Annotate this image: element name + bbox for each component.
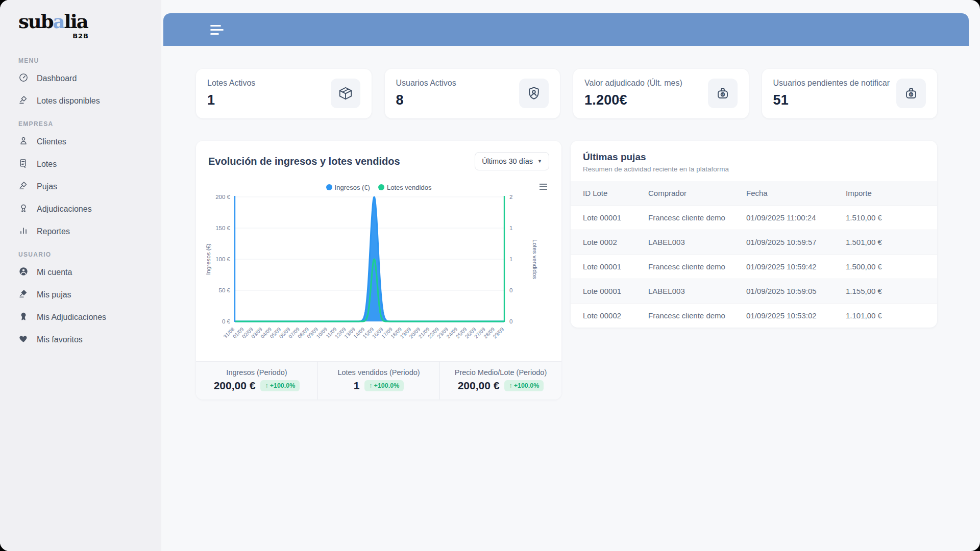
table-cell: 01/09/2025 10:59:57	[734, 230, 834, 255]
menu-icon[interactable]	[210, 25, 224, 35]
sidebar-item-label: Mis pujas	[37, 290, 71, 299]
stat-card-valor-adjudicado: Valor adjudicado (Últ. mes) 1.200€ $	[573, 69, 749, 118]
bids-table-body: Lote 00001Francesc cliente demo01/09/202…	[571, 206, 937, 328]
column-header: Importe	[834, 181, 937, 206]
chart-menu-icon[interactable]	[540, 184, 547, 190]
svg-text:2: 2	[509, 194, 512, 200]
nav-section-usuario: USUARIO	[18, 251, 152, 258]
svg-text:50 €: 50 €	[219, 287, 231, 293]
table-cell: Francesc cliente demo	[636, 255, 734, 279]
chart-footer-stats: Ingresos (Periodo) 200,00 € ↑+100.0% Lot…	[196, 361, 561, 399]
gavel-icon	[18, 181, 29, 193]
table-cell: Lote 00001	[571, 206, 636, 230]
table-row: Lote 0002LABEL00301/09/2025 10:59:571.50…	[571, 230, 937, 255]
dashboard-content: Lotes Activos 1 Usuarios Activos 8	[163, 46, 969, 399]
svg-text:0 €: 0 €	[222, 318, 231, 324]
footer-stat-label: Lotes vendidos (Periodo)	[321, 368, 436, 377]
chevron-down-icon: ▼	[537, 159, 542, 164]
sidebar-item-label: Reportes	[37, 227, 70, 236]
stat-value: 8	[396, 92, 456, 108]
table-cell: 1.101,00 €	[834, 304, 937, 328]
trend-badge: ↑+100.0%	[364, 380, 404, 391]
date-range-label: Últimos 30 días	[482, 157, 533, 165]
svg-text:$: $	[721, 92, 724, 97]
legend-dot	[378, 184, 384, 190]
award-icon	[18, 203, 29, 215]
document-icon	[18, 158, 29, 170]
logo-part1: sub	[18, 10, 53, 33]
trend-delta: +100.0%	[514, 382, 540, 389]
footer-stat-label: Precio Medio/Lote (Periodo)	[443, 368, 558, 377]
sidebar-item-mi-cuenta[interactable]: Mi cuenta	[18, 261, 152, 284]
table-cell: LABEL003	[636, 279, 734, 304]
sidebar-item-reportes[interactable]: Reportes	[18, 220, 152, 243]
trend-up-icon: ↑	[265, 382, 268, 389]
sidebar-item-adjudicaciones[interactable]: Adjudicaciones	[18, 198, 152, 220]
legend-label: Lotes vendidos	[387, 184, 431, 191]
sidebar-item-label: Pujas	[37, 182, 57, 191]
stat-value: 1	[207, 92, 255, 108]
legend-item-lotes-vendidos[interactable]: Lotes vendidos	[378, 184, 431, 191]
gavel-filled-icon	[18, 289, 29, 301]
svg-text:Ingresos (€): Ingresos (€)	[205, 243, 211, 275]
sidebar-item-label: Lotes disponibles	[37, 96, 100, 106]
sidebar-item-clientes[interactable]: Clientes	[18, 131, 152, 153]
legend-label: Ingresos (€)	[335, 184, 370, 191]
logo-wordmark: subalia	[18, 12, 89, 31]
money-bag-icon: $	[708, 79, 738, 108]
chart-legend: Ingresos (€) Lotes vendidos	[196, 183, 561, 192]
svg-text:Lotes vendidos: Lotes vendidos	[532, 239, 538, 279]
table-cell: Lote 0002	[571, 230, 636, 255]
sidebar-item-lotes[interactable]: Lotes	[18, 153, 152, 176]
svg-text:29/09: 29/09	[492, 326, 505, 339]
svg-text:200 €: 200 €	[215, 194, 230, 200]
nav-section-menu: MENU	[18, 57, 152, 64]
trend-delta: +100.0%	[374, 382, 400, 389]
table-cell: LABEL003	[636, 230, 734, 255]
sidebar-item-mis-pujas[interactable]: Mis pujas	[18, 284, 152, 306]
logo-accent-letter: a	[53, 10, 64, 33]
legend-item-ingresos[interactable]: Ingresos (€)	[326, 184, 370, 191]
date-range-dropdown[interactable]: Últimos 30 días ▼	[475, 152, 549, 170]
nav-section-empresa: EMPRESA	[18, 120, 152, 128]
shield-user-icon	[519, 79, 549, 108]
footer-stat-value: 200,00 €	[458, 380, 500, 392]
table-row: Lote 00001LABEL00301/09/2025 10:59:051.1…	[571, 279, 937, 304]
stat-label: Lotes Activos	[207, 79, 255, 88]
main-area: Lotes Activos 1 Usuarios Activos 8	[161, 0, 980, 551]
sidebar-item-lotes-disponibles[interactable]: Lotes disponibles	[18, 90, 152, 112]
svg-text:0: 0	[509, 318, 512, 324]
bids-title: Últimas pujas	[583, 152, 925, 163]
svg-text:150 €: 150 €	[215, 225, 230, 231]
table-cell: Francesc cliente demo	[636, 304, 734, 328]
legend-dot	[326, 184, 332, 190]
footer-stat-label: Ingresos (Periodo)	[199, 368, 314, 377]
table-cell: Lote 00001	[571, 279, 636, 304]
footer-stat-value: 1	[354, 380, 360, 392]
table-cell: Lote 00001	[571, 255, 636, 279]
table-cell: 01/09/2025 11:00:24	[734, 206, 834, 230]
trend-badge: ↑+100.0%	[504, 380, 544, 391]
stat-card-lotes-activos: Lotes Activos 1	[196, 69, 372, 118]
table-cell: 1.155,00 €	[834, 279, 937, 304]
trend-delta: +100.0%	[270, 382, 296, 389]
evolution-chart-svg: 200 €2150 €1100 €150 €00 €0Ingresos (€)L…	[203, 194, 544, 356]
bar-chart-icon	[18, 226, 29, 238]
chart-title: Evolución de ingresos y lotes vendidos	[208, 156, 400, 167]
table-cell: 01/09/2025 10:53:02	[734, 304, 834, 328]
svg-text:1: 1	[509, 225, 512, 231]
trend-badge: ↑+100.0%	[260, 380, 300, 391]
top-navbar	[163, 13, 969, 46]
sidebar-item-mis-favoritos[interactable]: Mis favoritos	[18, 329, 152, 351]
footer-stat-precio-medio: Precio Medio/Lote (Periodo) 200,00 € ↑+1…	[439, 362, 561, 399]
sidebar-item-label: Dashboard	[37, 74, 77, 83]
sidebar-item-pujas[interactable]: Pujas	[18, 176, 152, 198]
package-icon	[331, 79, 360, 108]
sidebar-item-label: Mi cuenta	[37, 268, 72, 277]
logo: subalia B2B	[18, 12, 89, 40]
sidebar-item-mis-adjudicaciones[interactable]: Mis Adjudicaciones	[18, 306, 152, 329]
gavel-icon	[18, 95, 29, 107]
table-cell: 1.501,00 €	[834, 230, 937, 255]
sidebar-item-dashboard[interactable]: Dashboard	[18, 67, 152, 90]
stat-value: 51	[773, 92, 890, 108]
